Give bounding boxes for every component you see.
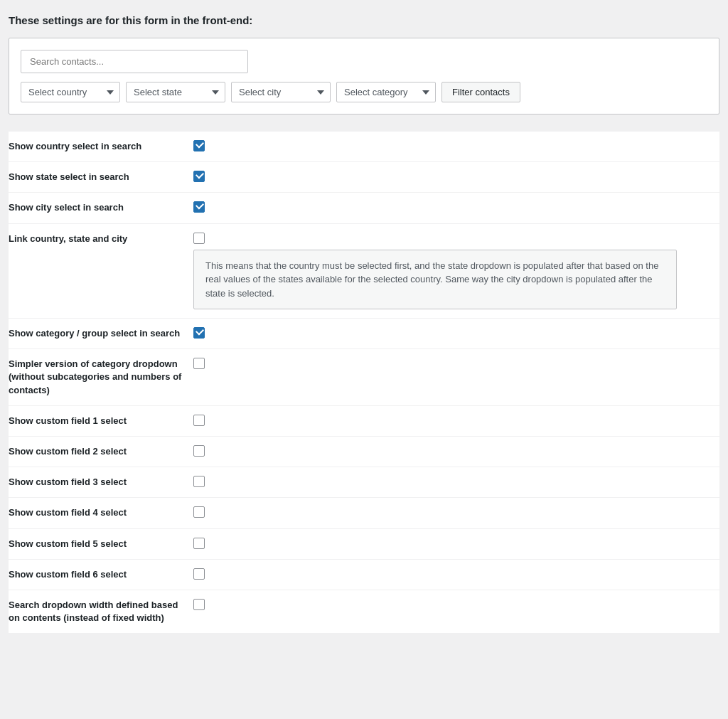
setting-control-simpler-category (193, 358, 719, 369)
search-input[interactable] (21, 50, 248, 73)
checkbox-wrap-custom-field-3 (193, 476, 719, 487)
checkbox-custom-field-2[interactable] (193, 445, 205, 457)
checkbox-wrap-custom-field-4 (193, 506, 719, 518)
checkbox-link-country-state-city[interactable] (193, 233, 205, 244)
checkbox-wrap-custom-field-2 (193, 445, 719, 457)
search-input-wrap (21, 50, 707, 73)
checkbox-custom-field-5[interactable] (193, 538, 205, 549)
setting-control-show-country (193, 140, 719, 151)
setting-row-custom-field-6: Show custom field 6 select (9, 560, 719, 590)
setting-control-custom-field-5 (193, 538, 719, 549)
checkbox-wrap-simpler-category (193, 358, 719, 369)
setting-label-custom-field-2: Show custom field 2 select (9, 445, 193, 458)
setting-row-custom-field-4: Show custom field 4 select (9, 498, 719, 528)
info-box-link-country-state-city: This means that the country must be sele… (193, 250, 677, 310)
checkbox-wrap-link-country-state-city (193, 233, 719, 244)
setting-row-link-country-state-city: Link country, state and cityThis means t… (9, 224, 719, 319)
checkbox-dropdown-width[interactable] (193, 599, 205, 610)
checkbox-show-city[interactable] (193, 201, 205, 213)
setting-label-show-country: Show country select in search (9, 140, 193, 153)
state-select[interactable]: Select state (126, 82, 225, 102)
checkbox-show-state[interactable] (193, 171, 205, 182)
settings-section: Show country select in searchShow state … (9, 132, 719, 633)
setting-control-custom-field-4 (193, 506, 719, 518)
setting-label-show-category: Show category / group select in search (9, 327, 193, 340)
setting-label-custom-field-1: Show custom field 1 select (9, 415, 193, 427)
category-select[interactable]: Select category (336, 82, 436, 102)
setting-control-custom-field-2 (193, 445, 719, 457)
setting-row-custom-field-1: Show custom field 1 select (9, 406, 719, 437)
checkbox-wrap-dropdown-width (193, 599, 719, 610)
checkbox-wrap-show-country (193, 140, 719, 151)
setting-label-link-country-state-city: Link country, state and city (9, 233, 193, 245)
setting-row-show-country: Show country select in search (9, 132, 719, 162)
setting-label-custom-field-3: Show custom field 3 select (9, 476, 193, 489)
setting-row-dropdown-width: Search dropdown width defined based on c… (9, 590, 719, 633)
setting-row-custom-field-2: Show custom field 2 select (9, 437, 719, 467)
setting-control-dropdown-width (193, 599, 719, 610)
setting-control-custom-field-3 (193, 476, 719, 487)
checkbox-wrap-show-city (193, 201, 719, 213)
setting-label-simpler-category: Simpler version of category dropdown (wi… (9, 358, 193, 397)
setting-label-custom-field-5: Show custom field 5 select (9, 538, 193, 550)
setting-control-show-city (193, 201, 719, 213)
checkbox-show-country[interactable] (193, 140, 205, 151)
setting-row-show-city: Show city select in search (9, 193, 719, 223)
country-select[interactable]: Select country (21, 82, 120, 102)
setting-row-custom-field-5: Show custom field 5 select (9, 529, 719, 560)
setting-row-custom-field-3: Show custom field 3 select (9, 467, 719, 498)
checkbox-custom-field-6[interactable] (193, 568, 205, 580)
filter-row: Select country Select state Select city … (21, 82, 707, 102)
setting-control-custom-field-6 (193, 568, 719, 580)
checkbox-custom-field-3[interactable] (193, 476, 205, 487)
checkbox-custom-field-4[interactable] (193, 506, 205, 518)
search-filter-box: Select country Select state Select city … (9, 38, 719, 114)
setting-row-show-category: Show category / group select in search (9, 319, 719, 349)
checkbox-simpler-category[interactable] (193, 358, 205, 369)
city-select[interactable]: Select city (231, 82, 331, 102)
setting-row-show-state: Show state select in search (9, 162, 719, 193)
setting-label-custom-field-4: Show custom field 4 select (9, 506, 193, 519)
checkbox-custom-field-1[interactable] (193, 415, 205, 426)
setting-control-show-state (193, 171, 719, 182)
setting-label-custom-field-6: Show custom field 6 select (9, 568, 193, 581)
setting-row-simpler-category: Simpler version of category dropdown (wi… (9, 349, 719, 406)
setting-control-link-country-state-city: This means that the country must be sele… (193, 233, 719, 310)
setting-label-show-city: Show city select in search (9, 201, 193, 214)
checkbox-wrap-custom-field-1 (193, 415, 719, 426)
setting-label-dropdown-width: Search dropdown width defined based on c… (9, 599, 193, 624)
checkbox-wrap-custom-field-5 (193, 538, 719, 549)
checkbox-wrap-show-state (193, 171, 719, 182)
checkbox-show-category[interactable] (193, 327, 205, 339)
page-title: These settings are for this form in the … (9, 14, 719, 26)
setting-label-show-state: Show state select in search (9, 171, 193, 183)
setting-control-show-category (193, 327, 719, 339)
checkbox-wrap-show-category (193, 327, 719, 339)
checkbox-wrap-custom-field-6 (193, 568, 719, 580)
filter-contacts-button[interactable]: Filter contacts (441, 82, 520, 102)
setting-control-custom-field-1 (193, 415, 719, 426)
